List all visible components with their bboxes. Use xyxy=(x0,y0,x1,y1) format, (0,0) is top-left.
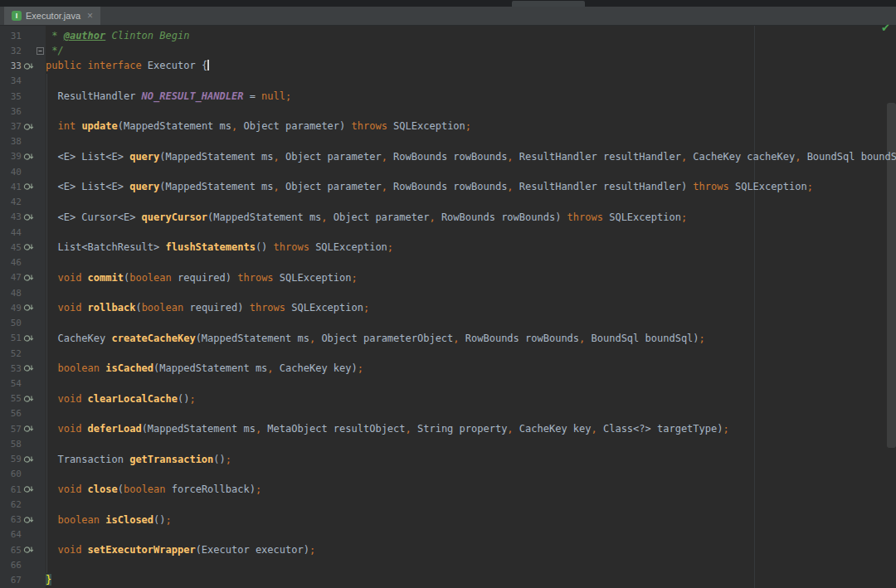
code-line[interactable]: <E> List<E> query(MappedStatement ms, Ob… xyxy=(46,179,896,194)
line-number[interactable]: 31 xyxy=(0,31,22,41)
line-number[interactable]: 32 xyxy=(0,46,22,56)
code-token: ( xyxy=(118,484,124,495)
code-line[interactable]: } xyxy=(46,572,896,587)
code-line[interactable]: public interface Executor { xyxy=(46,58,896,73)
scrollbar-thumb[interactable] xyxy=(887,103,896,448)
line-number[interactable]: 46 xyxy=(0,257,22,268)
inspections-ok-icon[interactable]: ✔ xyxy=(881,22,890,33)
code-token: boolean xyxy=(124,484,166,495)
code-token: ; xyxy=(387,241,393,253)
line-number[interactable]: 55 xyxy=(0,393,22,404)
line-number[interactable]: 53 xyxy=(0,363,22,374)
implemented-icon[interactable] xyxy=(22,212,35,222)
implemented-icon[interactable] xyxy=(22,182,35,192)
code-line[interactable]: int update(MappedStatement ms, Object pa… xyxy=(46,119,896,134)
line-number[interactable]: 45 xyxy=(0,242,22,253)
implemented-icon[interactable] xyxy=(22,363,35,373)
close-icon[interactable]: × xyxy=(87,11,93,21)
implemented-icon[interactable] xyxy=(22,242,35,252)
line-number[interactable]: 37 xyxy=(0,121,22,132)
code-line[interactable]: void clearLocalCache(); xyxy=(46,391,896,406)
code-token xyxy=(46,272,57,284)
code-token: Object parameter xyxy=(280,181,382,192)
code-token: ; xyxy=(363,302,369,313)
code-line[interactable]: ResultHandler NO_RESULT_HANDLER = null; xyxy=(46,89,896,104)
line-number[interactable]: 42 xyxy=(0,197,22,207)
code-line[interactable]: Transaction getTransaction(); xyxy=(46,452,896,467)
code-line[interactable]: void close(boolean forceRollback); xyxy=(46,482,896,497)
implemented-icon[interactable] xyxy=(22,333,35,343)
line-number[interactable]: 60 xyxy=(0,469,22,479)
code-token: (MappedStatement ms xyxy=(159,151,273,163)
line-number[interactable]: 52 xyxy=(0,348,22,359)
implemented-icon[interactable] xyxy=(22,424,35,434)
line-number[interactable]: 43 xyxy=(0,211,22,222)
code-token: SQLException xyxy=(274,272,352,284)
line-number[interactable]: 56 xyxy=(0,408,22,419)
implemented-icon[interactable] xyxy=(22,515,35,525)
code-line[interactable]: boolean isCached(MappedStatement ms, Cac… xyxy=(46,361,896,376)
code-line[interactable]: */ xyxy=(46,43,896,58)
line-number[interactable]: 66 xyxy=(0,560,22,571)
implemented-icon[interactable] xyxy=(22,152,35,162)
editor[interactable]: 31 * @author Clinton Begin32 */33public … xyxy=(0,26,896,588)
line-number[interactable]: 48 xyxy=(0,288,22,299)
line-number[interactable]: 58 xyxy=(0,439,22,450)
implemented-icon[interactable] xyxy=(22,454,35,464)
implemented-icon[interactable] xyxy=(22,122,35,132)
code-line[interactable]: void deferLoad(MappedStatement ms, MetaO… xyxy=(46,421,896,436)
line-number[interactable]: 35 xyxy=(0,91,22,102)
line-number[interactable]: 41 xyxy=(0,182,22,192)
code-token: List<BatchResult> xyxy=(46,241,166,253)
implemented-icon[interactable] xyxy=(22,484,35,494)
editor-lines[interactable]: 31 * @author Clinton Begin32 */33public … xyxy=(0,26,896,588)
code-token xyxy=(46,514,57,526)
line-number[interactable]: 59 xyxy=(0,454,22,464)
code-line[interactable]: void commit(boolean required) throws SQL… xyxy=(46,270,896,285)
code-token: void xyxy=(57,302,81,313)
line-number[interactable]: 38 xyxy=(0,136,22,147)
line-number[interactable]: 40 xyxy=(0,167,22,177)
implemented-icon[interactable] xyxy=(22,303,35,313)
code-line-row: 47 void commit(boolean required) throws … xyxy=(0,270,896,285)
code-token: ; xyxy=(807,181,813,192)
code-line[interactable]: * @author Clinton Begin xyxy=(46,28,896,43)
code-line[interactable]: boolean isClosed(); xyxy=(46,513,896,527)
titlebar-widget xyxy=(512,1,585,7)
line-number[interactable]: 65 xyxy=(0,545,22,556)
line-number[interactable]: 33 xyxy=(0,61,22,71)
line-number[interactable]: 54 xyxy=(0,378,22,389)
code-token: setExecutorWrapper xyxy=(88,544,196,556)
code-line-row: 65 void setExecutorWrapper(Executor exec… xyxy=(0,542,896,557)
line-number[interactable]: 61 xyxy=(0,484,22,495)
line-number[interactable]: 64 xyxy=(0,529,22,540)
code-token: NO_RESULT_HANDLER xyxy=(142,90,244,102)
code-line[interactable]: CacheKey createCacheKey(MappedStatement … xyxy=(46,331,896,346)
implemented-icon[interactable] xyxy=(22,545,35,555)
code-line[interactable]: List<BatchResult> flushStatements() thro… xyxy=(46,240,896,255)
code-line[interactable]: void setExecutorWrapper(Executor executo… xyxy=(46,542,896,557)
line-number[interactable]: 62 xyxy=(0,499,22,510)
fold-expanded-icon[interactable] xyxy=(35,47,46,55)
line-number[interactable]: 49 xyxy=(0,303,22,313)
implemented-icon[interactable] xyxy=(22,394,35,404)
tab-executor-java[interactable]: I Executor.java × xyxy=(4,7,100,25)
code-line[interactable]: void rollback(boolean required) throws S… xyxy=(46,300,896,315)
line-number[interactable]: 57 xyxy=(0,424,22,435)
line-number[interactable]: 39 xyxy=(0,151,22,162)
code-line[interactable]: <E> List<E> query(MappedStatement ms, Ob… xyxy=(46,149,896,164)
line-number[interactable]: 36 xyxy=(0,106,22,117)
code-token: (MappedStatement ms xyxy=(142,423,256,435)
line-number[interactable]: 67 xyxy=(0,575,22,586)
code-line[interactable]: <E> Cursor<E> queryCursor(MappedStatemen… xyxy=(46,210,896,225)
line-number[interactable]: 47 xyxy=(0,272,22,283)
implemented-icon[interactable] xyxy=(22,273,35,283)
line-number[interactable]: 50 xyxy=(0,318,22,328)
implemented-icon[interactable] xyxy=(22,61,35,71)
line-number[interactable]: 34 xyxy=(0,75,22,86)
line-number[interactable]: 44 xyxy=(0,227,22,238)
code-token: void xyxy=(57,272,81,284)
scrollbar[interactable] xyxy=(887,26,896,588)
line-number[interactable]: 63 xyxy=(0,514,22,525)
line-number[interactable]: 51 xyxy=(0,333,22,343)
